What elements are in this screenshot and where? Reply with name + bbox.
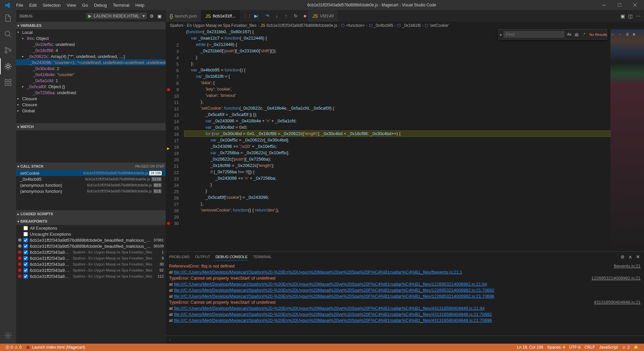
breakpoints-header[interactable]: ▾BREAKPOINTS bbox=[16, 218, 166, 225]
breadcrumb-item[interactable]: ⬡<function> bbox=[341, 23, 365, 28]
debug-console-input[interactable]: › bbox=[166, 336, 644, 344]
breadcrumb-item[interactable]: Spafoni - En Uygun Masaj ve Spa Fırsatla… bbox=[170, 23, 257, 28]
scope-local[interactable]: ▾Local bbox=[16, 29, 166, 35]
bp-checkbox[interactable] bbox=[23, 238, 28, 242]
search-icon[interactable] bbox=[0, 26, 16, 42]
close-panel-icon[interactable]: ✕ bbox=[635, 253, 641, 260]
find-input[interactable] bbox=[503, 31, 565, 38]
breakpoint-row[interactable]: 6cb1e31ff2f343a9d576d889bfcbde0e.jsSpafo… bbox=[16, 261, 166, 267]
console-source-link[interactable]: 1226953214006982.js:21 bbox=[591, 275, 641, 281]
menu-help[interactable]: Help bbox=[133, 1, 147, 9]
step-into-icon[interactable]: ↓ bbox=[273, 13, 280, 19]
callstack-frame[interactable]: setCookie6cb1e31ff2f343a9d576d889bfcbde0… bbox=[16, 170, 166, 176]
tab-active-js[interactable]: JS6cb1e31ff... bbox=[201, 10, 240, 22]
bp-checkbox[interactable] bbox=[23, 256, 28, 260]
console-source-link[interactable]: fbevents.js:21 bbox=[614, 263, 641, 269]
menu-edit[interactable]: Edit bbox=[26, 1, 39, 9]
tab-terminal[interactable]: TERMINAL bbox=[253, 253, 272, 260]
debug-icon[interactable] bbox=[0, 58, 16, 74]
maximize-button[interactable] bbox=[612, 0, 627, 10]
maximize-panel-icon[interactable]: ∧ bbox=[628, 253, 633, 260]
bp-checkbox[interactable] bbox=[23, 268, 28, 273]
console-icon[interactable]: ▣ bbox=[157, 13, 162, 19]
callstack-header[interactable]: ▾CALL STACKPAUSED ON STEP bbox=[16, 163, 166, 170]
regex-icon[interactable]: .* bbox=[581, 31, 587, 38]
tab-problems[interactable]: PROBLEMS bbox=[169, 253, 190, 260]
match-case-icon[interactable]: Aa bbox=[566, 31, 573, 38]
bp-checkbox[interactable] bbox=[23, 244, 28, 248]
tab-vm[interactable]: JSVM149 bbox=[308, 10, 338, 22]
source-control-icon[interactable] bbox=[0, 42, 16, 58]
more-actions-icon[interactable]: ⋯ bbox=[635, 13, 641, 19]
breadcrumb-item[interactable]: ⬡'setCookie' bbox=[425, 23, 449, 28]
breadcrumbs[interactable]: Spafoni - En Uygun Masaj ve Spa Fırsatla… bbox=[166, 22, 644, 29]
scope-closure[interactable]: ▸Closure bbox=[16, 102, 166, 108]
gear-icon[interactable]: ⚙ bbox=[149, 13, 155, 19]
variable-row[interactable]: _0x243096:"counter=1; *=undefined; undef… bbox=[16, 59, 166, 65]
step-out-icon[interactable]: ↑ bbox=[283, 13, 289, 19]
split-editor-icon[interactable]: ◫ bbox=[628, 13, 633, 19]
bp-all-exceptions[interactable]: All Exceptions bbox=[16, 225, 166, 231]
scope-closure[interactable]: ▸Closure bbox=[16, 96, 166, 102]
find-prev-icon[interactable]: ← bbox=[609, 31, 616, 38]
debug-console-body[interactable]: ReferenceError: fbq is not definedfbeven… bbox=[166, 262, 644, 336]
launch-config-dropdown[interactable]: ▶ Launch index.html ▾ bbox=[86, 13, 147, 19]
variable-row[interactable]: _0x7256ba:undefined bbox=[16, 90, 166, 96]
tab-output[interactable]: OUTPUT bbox=[195, 253, 210, 260]
console-source-link[interactable]: 431316590404848.js:21 bbox=[594, 299, 641, 305]
find-close-icon[interactable]: ✕ bbox=[631, 32, 637, 38]
status-cursor-pos[interactable]: Ln 18, Col 108 bbox=[515, 344, 545, 351]
menu-view[interactable]: View bbox=[64, 1, 79, 9]
open-preview-icon[interactable]: ▣ bbox=[620, 13, 626, 19]
loaded-scripts-header[interactable]: ▸LOADED SCRIPTS bbox=[16, 210, 166, 218]
callstack-frame[interactable]: (anonymous function)6cb1e31ff2f343a9d576… bbox=[16, 188, 166, 194]
restart-icon[interactable]: ↻ bbox=[292, 13, 299, 19]
whole-word-icon[interactable]: ab bbox=[573, 31, 580, 38]
variable-row[interactable]: ▸this:Object bbox=[16, 35, 166, 41]
code-content[interactable]: 'cSAzVcK3GsKpHlrCuWvCoRrDgRk=','OSgnwqRp… bbox=[184, 29, 610, 251]
variable-row[interactable]: ▸_0x20622c:Array(4) ["*", undefined, und… bbox=[16, 53, 166, 59]
bp-checkbox[interactable] bbox=[23, 274, 28, 279]
variable-row[interactable]: _0x30c4bd:2 bbox=[16, 65, 166, 71]
close-button[interactable] bbox=[627, 0, 643, 10]
menu-selection[interactable]: Selection bbox=[40, 1, 63, 9]
find-expand-icon[interactable]: ▸ bbox=[500, 32, 502, 37]
breakpoint-row[interactable]: 6cb1e31ff2f343a9d576d889bfcbde0e.jsSpafo… bbox=[16, 267, 166, 273]
continue-icon[interactable]: ▶⎸ bbox=[255, 13, 261, 19]
tab-debug-console[interactable]: DEBUG CONSOLE bbox=[215, 253, 248, 260]
breakpoint-row[interactable]: 6cb1e31ff2f343a9d576d889bfcbde0e.jsSpafo… bbox=[16, 249, 166, 255]
bp-checkbox[interactable] bbox=[23, 232, 28, 236]
minimap[interactable] bbox=[610, 29, 644, 251]
gutter[interactable]: 23456789101112131415161718▶1920212223242… bbox=[166, 29, 184, 251]
callstack-frame[interactable]: (anonymous function)6cb1e31ff2f343a9d576… bbox=[16, 182, 166, 188]
status-encoding[interactable]: UTF-8 bbox=[567, 344, 583, 351]
scope-global[interactable]: ▸Global bbox=[16, 108, 166, 114]
status-language[interactable]: JavaScript bbox=[597, 344, 620, 351]
code-area[interactable]: ▸ Aa ab .* No Results ← → ☰ ✕ 2345678910… bbox=[166, 29, 644, 251]
variable-row[interactable]: _0x10ef5c:undefined bbox=[16, 41, 166, 47]
breakpoint-row[interactable]: 6cb1e31ff2f343a9d576d889bfcbde0e.jsSpafo… bbox=[16, 255, 166, 261]
stop-icon[interactable]: ■ bbox=[302, 13, 308, 19]
status-launch[interactable]: 🐞Launch index.html (Magecart) bbox=[23, 344, 87, 351]
breakpoint-row[interactable]: 6cb1e31ff2f343a9d576d889bfcbde0e_beautif… bbox=[16, 243, 166, 249]
bp-checkbox[interactable] bbox=[23, 262, 28, 267]
explorer-icon[interactable] bbox=[0, 10, 16, 26]
menu-debug[interactable]: Debug bbox=[91, 1, 109, 9]
breadcrumb-item[interactable]: ⬡_0x1b61f8 bbox=[397, 23, 421, 28]
breadcrumb-item[interactable]: ⬡_0x4bcb95 bbox=[369, 23, 393, 28]
bp-checkbox[interactable] bbox=[23, 250, 28, 254]
bp-checkbox[interactable] bbox=[23, 226, 28, 230]
variables-header[interactable]: ▾VARIABLES bbox=[16, 22, 166, 29]
breakpoint-row[interactable]: 6cb1e31ff2f343a9d576d889bfcbde0e.jsSpafo… bbox=[16, 273, 166, 279]
status-feedback[interactable]: ☺2 bbox=[620, 344, 632, 351]
drag-handle-icon[interactable]: ⋮⋮ bbox=[243, 13, 252, 18]
extensions-icon[interactable] bbox=[0, 74, 16, 91]
callstack-frame[interactable]: _0x4bcb956cb1e31ff2f343a9d576d889bfcbde0… bbox=[16, 176, 166, 182]
variable-row[interactable]: ▸_0x5caf0f:Object {} bbox=[16, 83, 166, 90]
find-next-icon[interactable]: → bbox=[617, 31, 624, 38]
variable-row[interactable]: _0x5a1cfd:1 bbox=[16, 77, 166, 83]
minimize-button[interactable] bbox=[596, 0, 612, 10]
debug-toolbar[interactable]: ⋮⋮ ▶⎸ ↷ ↓ ↑ ↻ ■ bbox=[241, 12, 310, 20]
find-selection-icon[interactable]: ☰ bbox=[624, 31, 631, 38]
settings-gear-icon[interactable] bbox=[0, 328, 16, 344]
